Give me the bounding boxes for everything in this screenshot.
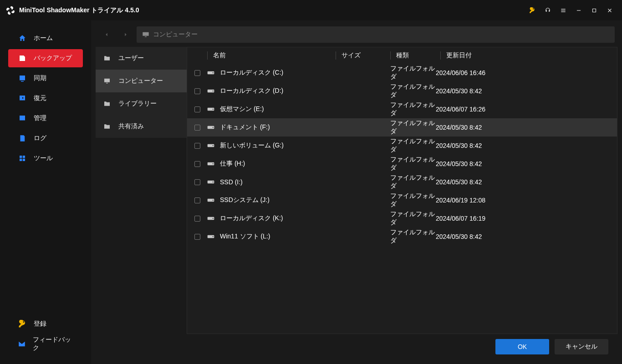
row-type: ファイルフォルダ [390,210,436,227]
svg-point-13 [213,182,214,182]
row-name: ローカルディスク (K:) [220,214,336,222]
table-row[interactable]: SSD (I:)ファイルフォルダ2024/05/30 8:42 [187,173,617,191]
support-icon[interactable] [541,4,555,17]
sidebar-item-label: 登録 [34,320,46,328]
tree-item-computer[interactable]: コンピューター [96,70,187,92]
sidebar-item-sync[interactable]: 同期 [8,69,83,87]
row-name: ローカルディスク (D:) [220,87,336,95]
table-row[interactable]: ドキュメント (F:)ファイルフォルダ2024/05/30 8:42 [187,118,617,136]
app-logo-icon [5,5,15,15]
col-name[interactable]: 名前 [207,51,336,60]
row-type: ファイルフォルダ [390,137,436,154]
row-checkbox[interactable] [194,106,207,112]
svg-point-3 [213,91,214,91]
col-type[interactable]: 種類 [390,51,440,60]
sidebar-item-restore[interactable]: 復元 [8,89,83,107]
tree-item-shared[interactable]: 共有済み [96,115,187,138]
row-name: ドキュメント (F:) [220,123,336,131]
dialog-footer: OK キャンセル [96,334,617,359]
key-icon[interactable] [525,4,539,17]
row-date: 2024/05/30 8:42 [436,142,527,149]
row-name: SSDシステム (J:) [220,196,336,204]
svg-point-5 [213,109,214,110]
maximize-icon[interactable] [587,4,601,17]
table-row[interactable]: ローカルディスク (D:)ファイルフォルダ2024/05/30 8:42 [187,82,617,100]
table-row[interactable]: Win11 ソフト (L:)ファイルフォルダ2024/05/30 8:42 [187,228,617,246]
row-checkbox[interactable] [194,88,207,94]
row-checkbox[interactable] [194,197,207,203]
table-row[interactable]: 仮想マシン (E:)ファイルフォルダ2024/06/07 16:26 [187,100,617,118]
browser-body: ユーザーコンピューターライブラリー共有済み 名前 サイズ 種類 更新日付 ローカ… [96,47,617,334]
nav-back-button[interactable] [98,26,115,43]
address-bar[interactable]: コンピューター [137,26,615,43]
tree-item-label: ユーザー [118,54,144,62]
row-checkbox[interactable] [194,125,207,131]
svg-point-17 [213,218,214,219]
folder-icon [102,123,112,130]
sidebar-item-backup[interactable]: バックアップ [8,49,83,67]
row-name: Win11 ソフト (L:) [220,233,336,241]
row-type: ファイルフォルダ [390,228,436,245]
address-row: コンピューター [96,25,617,44]
drive-icon [207,143,216,148]
restore-icon [17,93,27,103]
row-checkbox[interactable] [194,70,207,76]
row-date: 2024/05/30 8:42 [436,178,527,186]
sidebar-item-logs[interactable]: ログ [8,129,83,147]
row-checkbox[interactable] [194,179,207,185]
menu-icon[interactable] [556,4,570,17]
table-row[interactable]: ローカルディスク (K:)ファイルフォルダ2024/06/07 16:19 [187,209,617,228]
table-row[interactable]: ローカルディスク (C:)ファイルフォルダ2024/06/06 16:46 [187,64,617,82]
col-date[interactable]: 更新日付 [440,51,531,60]
folder-user-icon [102,55,112,62]
folder-tree: ユーザーコンピューターライブラリー共有済み [96,47,187,334]
key-icon [17,319,27,329]
main: ホームバックアップ同期復元管理ログツール 登録フィードバック [0,20,622,364]
row-type: ファイルフォルダ [390,156,436,172]
sidebar-item-tools[interactable]: ツール [8,149,83,167]
row-type: ファイルフォルダ [390,65,436,81]
sidebar-item-label: ログ [34,134,46,142]
drive-icon [207,162,216,166]
sidebar-item-home[interactable]: ホーム [8,29,83,47]
drive-icon [207,71,216,75]
drive-icon [207,125,216,130]
sidebar-item-feedback[interactable]: フィードバック [8,335,83,353]
minimize-icon[interactable] [572,4,586,17]
row-checkbox[interactable] [194,161,207,167]
app-window: MiniTool ShadowMaker トライアル 4.5.0 ホームバックア… [0,0,622,364]
drive-icon [207,198,216,202]
sync-icon [17,73,27,83]
tree-item-users[interactable]: ユーザー [96,47,187,70]
close-icon[interactable] [603,4,617,17]
cancel-button[interactable]: キャンセル [555,339,608,354]
drive-icon [207,180,216,184]
row-type: ファイルフォルダ [390,101,436,117]
svg-point-7 [213,127,214,128]
nav-forward-button[interactable] [117,26,134,43]
table-row[interactable]: SSDシステム (J:)ファイルフォルダ2024/06/19 12:08 [187,191,617,209]
row-checkbox[interactable] [194,216,207,222]
col-size[interactable]: サイズ [336,51,390,60]
svg-point-1 [213,72,214,73]
row-checkbox[interactable] [194,143,207,149]
sidebar-item-manage[interactable]: 管理 [8,109,83,127]
ok-button[interactable]: OK [495,339,549,354]
tree-item-label: コンピューター [118,77,163,85]
row-type: ファイルフォルダ [390,119,436,136]
sidebar-item-label: ツール [34,154,53,162]
drive-icon [207,234,216,239]
row-checkbox[interactable] [194,234,207,240]
table-row[interactable]: 仕事 (H:)ファイルフォルダ2024/05/30 8:42 [187,155,617,173]
tree-item-library[interactable]: ライブラリー [96,92,187,115]
address-label: コンピューター [153,30,198,39]
tree-item-label: ライブラリー [118,100,157,108]
backup-icon [17,53,27,63]
table-row[interactable]: 新しいボリューム (G:)ファイルフォルダ2024/05/30 8:42 [187,136,617,155]
drive-icon [207,107,216,111]
row-name: 新しいボリューム (G:) [220,142,336,150]
svg-point-15 [213,200,214,201]
sidebar-item-register[interactable]: 登録 [8,315,83,333]
home-icon [17,33,27,43]
sidebar-item-label: 復元 [34,94,46,102]
